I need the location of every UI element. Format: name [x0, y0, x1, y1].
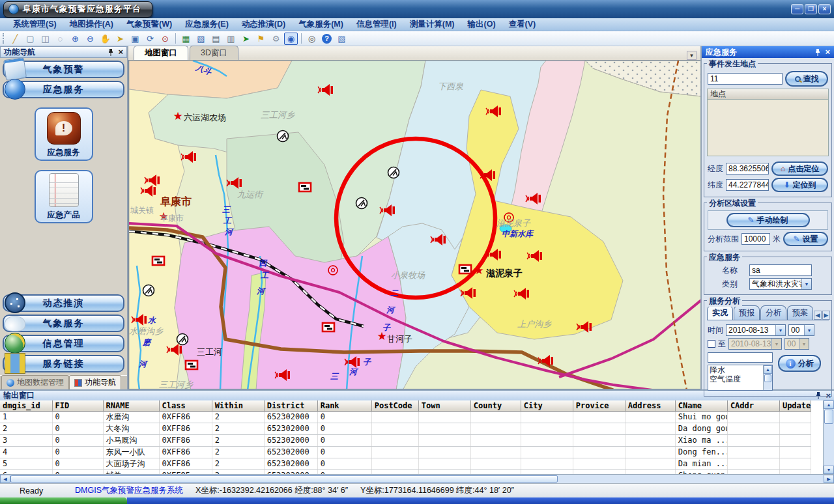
manual-draw-button[interactable]: ✎ 手动绘制 [726, 213, 810, 227]
layer-list[interactable]: 降水空气温度 ▲ [708, 365, 773, 391]
tab-scroll-right-icon[interactable]: ▶ [822, 311, 830, 320]
scroll-up-icon[interactable]: ▲ [824, 400, 834, 409]
map-image-icon[interactable]: ▦ [179, 33, 193, 45]
sidebar-item-weather-warning[interactable]: 气象预警 [3, 61, 124, 78]
map-marker-flag[interactable] [323, 323, 334, 331]
sidebar-item-weather-service[interactable]: 气象服务 [3, 315, 124, 332]
map-marker-flag[interactable] [186, 361, 197, 369]
menu-item-map-operation[interactable]: 地图操作(A) [63, 18, 120, 31]
map-tab-overflow-button[interactable]: ▼ [687, 51, 697, 60]
globe-tool-icon[interactable]: ◉ [284, 33, 298, 45]
map-marker-facility[interactable] [177, 334, 188, 345]
map-marker-star[interactable] [474, 264, 483, 277]
measure-icon[interactable]: ╱ [8, 33, 22, 45]
sidebar-item-service-links[interactable]: 服务链接 [3, 355, 124, 372]
column-header-Class[interactable]: Class [159, 400, 212, 411]
tab-实况[interactable]: 实况 [707, 305, 733, 320]
tab-map-window[interactable]: 地图窗口 [134, 46, 188, 60]
tab-scroll-left-icon[interactable]: ◀ [814, 311, 822, 320]
date-select[interactable]: 2010-08-13▼ [726, 324, 786, 336]
table-row[interactable]: 20大冬沟0XFF8626523020000Da dong gou [0, 423, 811, 434]
menu-item-measure-calculate[interactable]: 测量计算(M) [403, 18, 461, 31]
table-row[interactable]: 50大面场子沟0XFF8626523020000Da mian ... [0, 458, 811, 469]
service-type-select[interactable]: 气象和洪水灾害 ▼ [749, 278, 812, 290]
chevron-down-icon[interactable]: ▼ [804, 325, 814, 335]
menu-item-system-management[interactable]: 系统管理(S) [7, 18, 63, 31]
help-icon[interactable]: ? [320, 33, 334, 45]
set-range-button[interactable]: ✎ 设置 [783, 232, 828, 246]
location-search-input[interactable]: 11 [708, 73, 783, 85]
pin-icon[interactable] [108, 49, 114, 56]
menu-item-output[interactable]: 输出(O) [461, 18, 502, 31]
pan-icon[interactable]: ✋ [98, 33, 112, 45]
hour-select[interactable]: 00▼ [788, 324, 814, 336]
column-header-City[interactable]: City [521, 400, 573, 411]
table-row[interactable]: 10水磨沟0XFF8626523020000Shui mo gou [0, 411, 811, 423]
menu-item-info-management[interactable]: 信息管理(I) [350, 18, 403, 31]
column-header-Rank[interactable]: Rank [317, 400, 371, 411]
goto-location-button[interactable]: ⬇ 定位到 [771, 178, 828, 192]
layer-filter-combo[interactable] [708, 352, 773, 363]
pin-icon[interactable] [814, 49, 821, 56]
column-header-District[interactable]: District [264, 400, 317, 411]
scroll-up-icon[interactable]: ▲ [764, 365, 772, 374]
service-name-input[interactable]: sa [749, 264, 812, 276]
column-header-Provice[interactable]: Provice [573, 400, 625, 411]
close-button[interactable]: × [818, 4, 831, 14]
export-image-icon[interactable]: ▧ [335, 33, 349, 45]
to-date-checkbox[interactable] [708, 340, 715, 348]
sidebar-item-emergency-product-shortcut[interactable]: 应急产品 [35, 170, 93, 223]
eye-icon[interactable]: ◎ [305, 33, 319, 45]
location-list[interactable] [707, 99, 829, 156]
map-marker-flag[interactable] [299, 183, 311, 191]
restore-button[interactable]: ❐ [805, 4, 817, 14]
menu-item-weather-service[interactable]: 气象服务(M) [292, 18, 350, 31]
taskbar-strip[interactable] [127, 497, 834, 504]
tab-function-nav[interactable]: 功能导航 [69, 375, 121, 389]
output-vertical-scrollbar[interactable]: ▲ ▼ [823, 400, 834, 474]
settings-gear-icon[interactable]: ⚙ [269, 33, 283, 45]
sidebar-item-info-management[interactable]: 信息管理 [3, 335, 124, 352]
scrollbar-thumb[interactable] [824, 410, 833, 424]
zoom-out-icon[interactable]: ⊖ [83, 33, 97, 45]
close-panel-icon[interactable]: × [118, 49, 123, 55]
tab-预案[interactable]: 预案 [787, 305, 813, 320]
column-header-PostCode[interactable]: PostCode [371, 400, 418, 411]
pointer-icon[interactable]: ➤ [113, 33, 127, 45]
scroll-down-icon[interactable]: ▼ [824, 466, 834, 474]
start-button-fragment[interactable] [0, 497, 127, 504]
scrollbar-thumb[interactable] [10, 475, 558, 483]
longitude-input[interactable]: 88.36255061 [726, 163, 769, 175]
latitude-input[interactable]: 44.22778446 [726, 179, 769, 191]
chevron-down-icon[interactable]: ▼ [775, 325, 785, 335]
end-date-select[interactable]: 2010-08-13▼ [728, 338, 782, 350]
sidebar-item-dynamic-deduction[interactable]: 动态推演 [3, 294, 124, 312]
column-header-Town[interactable]: Town [418, 400, 470, 411]
select-rect-icon[interactable]: ◫ [38, 33, 52, 45]
scroll-left-icon[interactable]: ◀ [0, 475, 10, 483]
identify-icon[interactable]: ⊙ [158, 33, 172, 45]
select-marquee-icon[interactable]: ▢ [23, 33, 37, 45]
map-marker-facility[interactable] [388, 167, 399, 178]
map-marker-facility[interactable] [143, 285, 154, 296]
column-header-Update[interactable]: Update [779, 400, 811, 411]
column-header-RNAME[interactable]: RNAME [103, 400, 159, 411]
map-export-icon[interactable]: ▧ [194, 33, 208, 45]
map-marker-facility[interactable] [356, 198, 367, 209]
zoom-in-icon[interactable]: ⊕ [68, 33, 82, 45]
print-icon[interactable]: ▤ [209, 33, 223, 45]
map-marker-facility[interactable] [278, 131, 289, 142]
table-row[interactable]: 30小马厩沟0XFF8626523020000Xiao ma ... [0, 434, 811, 446]
toolbar-grip[interactable] [3, 33, 5, 44]
column-header-FID[interactable]: FID [52, 400, 103, 411]
tab-3d-window[interactable]: 3D窗口 [190, 46, 238, 60]
select-lasso-icon[interactable]: ◌ [53, 33, 67, 45]
tab-分析[interactable]: 分析 [760, 305, 786, 320]
table-row[interactable]: 40东风一小队0XFF8626523020000Dong fen... [0, 446, 811, 458]
tab-map-data-management[interactable]: 地图数据管理 [1, 375, 69, 389]
output-horizontal-scrollbar[interactable]: ◀ ▶ [0, 474, 834, 483]
column-header-Address[interactable]: Address [625, 400, 675, 411]
tab-预报[interactable]: 预报 [734, 305, 760, 320]
close-panel-icon[interactable]: × [825, 49, 830, 55]
table-row[interactable]: 60城关0XFF8526523020000Cheng guan [0, 469, 811, 474]
